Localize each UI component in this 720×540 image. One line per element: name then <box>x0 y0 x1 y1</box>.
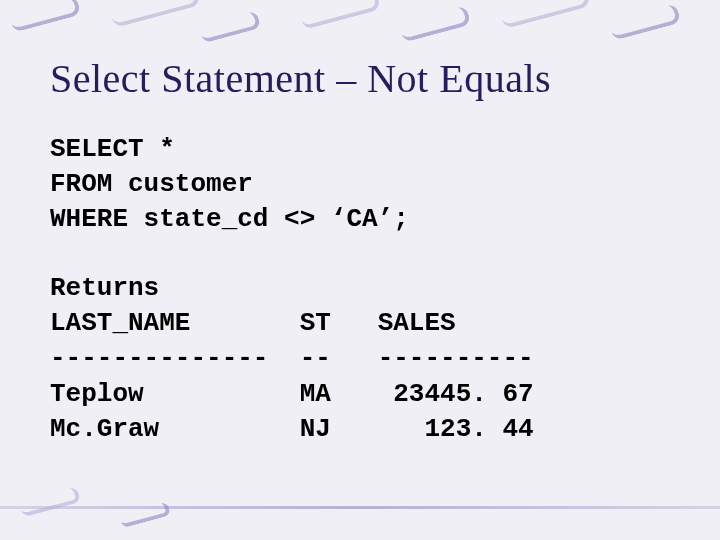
result-heading: Returns <box>50 273 159 303</box>
decorative-bottom-border <box>0 480 720 540</box>
decorative-top-border <box>0 0 720 60</box>
result-row-1: Teplow MA 23445. 67 <box>50 379 534 409</box>
slide-content: Select Statement – Not Equals SELECT * F… <box>50 55 670 447</box>
result-row-2: Mc.Graw NJ 123. 44 <box>50 414 534 444</box>
sql-line-3: WHERE state_cd <> ‘CA’; <box>50 204 409 234</box>
sql-line-2: FROM customer <box>50 169 253 199</box>
result-divider-row: -------------- -- ---------- <box>50 343 534 373</box>
query-result-block: Returns LAST_NAME ST SALES -------------… <box>50 271 670 446</box>
sql-query-block: SELECT * FROM customer WHERE state_cd <>… <box>50 132 670 237</box>
sql-line-1: SELECT * <box>50 134 175 164</box>
result-header-row: LAST_NAME ST SALES <box>50 308 456 338</box>
slide-title: Select Statement – Not Equals <box>50 55 670 102</box>
